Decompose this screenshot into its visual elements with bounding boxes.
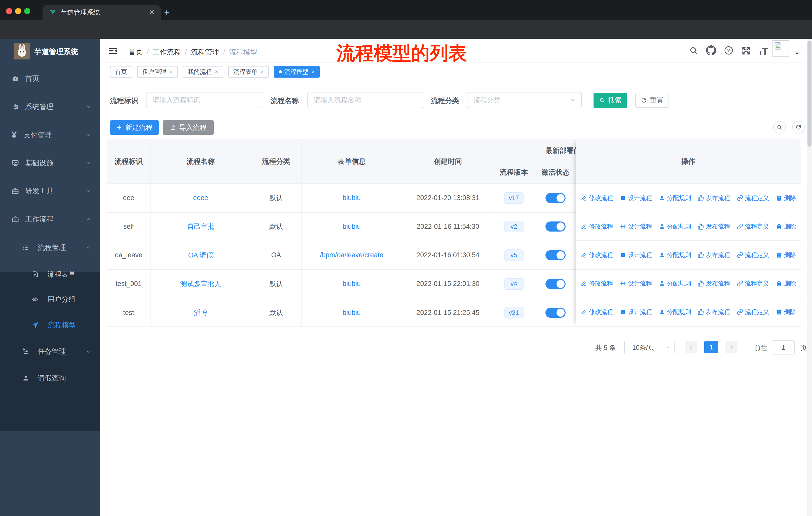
search-icon[interactable]: [689, 46, 698, 55]
sidebar-collapse-icon[interactable]: [108, 46, 118, 56]
modify-process-action[interactable]: 修改流程: [581, 251, 613, 259]
active-toggle[interactable]: [546, 250, 566, 260]
form-info-link[interactable]: biubiu: [343, 223, 361, 230]
design-process-action[interactable]: 设计流程: [620, 251, 652, 259]
process-name-link[interactable]: 自己审批: [187, 222, 214, 231]
active-toggle[interactable]: [546, 221, 566, 232]
sidebar-item-payment[interactable]: ¥ 支付管理: [0, 128, 100, 142]
form-info-link[interactable]: biubiu: [343, 280, 361, 288]
tag-my-process[interactable]: 我的流程×: [183, 66, 223, 78]
modify-process-action[interactable]: 修改流程: [581, 279, 613, 288]
publish-process-action[interactable]: 发布流程: [698, 194, 730, 202]
sidebar-item-process-model[interactable]: 流程模型: [0, 318, 100, 332]
window-close-button[interactable]: [6, 8, 12, 14]
process-name-input[interactable]: [307, 92, 424, 108]
sidebar-item-system[interactable]: 系统管理: [0, 100, 100, 114]
sidebar-item-leave-query[interactable]: 请假查询: [0, 371, 100, 385]
publish-process-action[interactable]: 发布流程: [698, 251, 730, 259]
publish-process-action[interactable]: 发布流程: [698, 308, 730, 316]
next-page-button[interactable]: [725, 341, 737, 353]
sidebar-item-process-form[interactable]: 流程表单: [0, 267, 100, 281]
modify-process-action[interactable]: 修改流程: [581, 222, 613, 230]
window-minimize-button[interactable]: [15, 8, 21, 14]
process-name-link[interactable]: OA 请假: [188, 251, 213, 260]
breadcrumb-item[interactable]: 首页: [128, 47, 143, 57]
sidebar-item-home[interactable]: 首页: [0, 72, 100, 86]
filter-category-label: 流程分类: [431, 96, 459, 106]
refresh-table-button[interactable]: [792, 121, 805, 134]
sidebar-item-workflow[interactable]: 工作流程: [0, 212, 100, 226]
tab-close-icon[interactable]: ✕: [149, 8, 155, 17]
fullscreen-icon[interactable]: [741, 46, 751, 55]
process-name-link[interactable]: 测试多审批人: [180, 279, 221, 289]
design-process-action[interactable]: 设计流程: [620, 308, 652, 316]
search-button[interactable]: 搜索: [593, 93, 627, 108]
process-definition-action[interactable]: 流程定义: [737, 308, 769, 316]
design-process-action[interactable]: 设计流程: [620, 194, 652, 202]
process-definition-action[interactable]: 流程定义: [737, 251, 769, 259]
sidebar-item-task-management[interactable]: 任务管理: [0, 345, 100, 358]
toggle-search-button[interactable]: [773, 121, 786, 134]
window-zoom-button[interactable]: [24, 8, 30, 14]
modify-process-action[interactable]: 修改流程: [581, 194, 613, 202]
breadcrumb-item[interactable]: 流程管理: [191, 47, 219, 57]
design-process-action[interactable]: 设计流程: [620, 279, 652, 288]
tag-close-icon[interactable]: ×: [215, 69, 218, 75]
delete-action[interactable]: 删除: [776, 194, 796, 202]
active-toggle[interactable]: [546, 193, 566, 203]
page-size-select[interactable]: 10条/页: [624, 341, 674, 354]
delete-action[interactable]: 删除: [776, 222, 796, 230]
design-process-action[interactable]: 设计流程: [620, 222, 652, 230]
github-icon[interactable]: [706, 45, 716, 55]
prev-page-button[interactable]: [685, 341, 697, 353]
tag-tenant[interactable]: 租户管理×: [137, 66, 178, 78]
process-name-link[interactable]: eeee: [193, 194, 208, 202]
delete-action[interactable]: 删除: [776, 251, 796, 259]
tag-home[interactable]: 首页: [110, 66, 132, 78]
tag-close-icon[interactable]: ×: [312, 69, 315, 75]
sidebar-item-devtools[interactable]: 研发工具: [0, 184, 100, 198]
assign-rule-action[interactable]: 分配规则: [659, 251, 691, 259]
process-name-link[interactable]: 滔博: [194, 308, 207, 317]
avatar[interactable]: [773, 40, 789, 57]
assign-rule-action[interactable]: 分配规则: [659, 194, 691, 202]
sidebar-item-infrastructure[interactable]: 基础设施: [0, 156, 100, 170]
delete-action[interactable]: 删除: [776, 279, 796, 288]
sidebar-item-user-group[interactable]: 用户分组: [0, 292, 100, 306]
form-info-link[interactable]: /bpm/oa/leave/create: [320, 251, 383, 259]
publish-process-action[interactable]: 发布流程: [698, 222, 730, 230]
help-icon[interactable]: ?: [724, 45, 734, 55]
tag-process-form[interactable]: 流程表单×: [228, 66, 269, 78]
assign-rule-action[interactable]: 分配规则: [659, 222, 691, 230]
modify-process-action[interactable]: 修改流程: [581, 308, 613, 316]
category-select[interactable]: 流程分类: [467, 92, 582, 108]
form-info-link[interactable]: biubiu: [343, 194, 361, 202]
process-id-input[interactable]: [146, 92, 263, 108]
assign-rule-action[interactable]: 分配规则: [659, 279, 691, 288]
process-definition-action[interactable]: 流程定义: [737, 222, 769, 230]
current-page-button[interactable]: 1: [704, 341, 718, 353]
process-definition-action[interactable]: 流程定义: [737, 279, 769, 288]
assign-rule-action[interactable]: 分配规则: [659, 308, 691, 316]
caret-down-icon[interactable]: [794, 51, 800, 56]
sidebar-item-process-management[interactable]: 流程管理: [0, 241, 100, 255]
active-toggle[interactable]: [546, 308, 566, 318]
tag-close-icon[interactable]: ×: [169, 69, 173, 75]
process-definition-action[interactable]: 流程定义: [737, 194, 769, 202]
delete-action[interactable]: 删除: [776, 308, 796, 316]
breadcrumb-item[interactable]: 工作流程: [153, 47, 181, 57]
publish-process-action[interactable]: 发布流程: [698, 279, 730, 288]
scrollbar-thumb[interactable]: [808, 41, 812, 147]
import-process-button[interactable]: 导入流程: [163, 120, 214, 135]
font-size-icon[interactable]: TT: [758, 46, 768, 57]
form-info-link[interactable]: biubiu: [343, 309, 361, 317]
tag-process-model[interactable]: 流程模型×: [274, 66, 320, 78]
active-toggle[interactable]: [546, 279, 566, 289]
tag-close-icon[interactable]: ×: [261, 69, 264, 75]
create-process-button[interactable]: 新建流程: [110, 120, 159, 135]
chevron-down-icon: [85, 104, 92, 110]
new-tab-button[interactable]: +: [164, 7, 169, 18]
browser-tab[interactable]: 芋道管理系统 ✕: [42, 5, 161, 20]
goto-page-input[interactable]: [772, 341, 795, 354]
reset-button[interactable]: 重置: [635, 93, 669, 108]
